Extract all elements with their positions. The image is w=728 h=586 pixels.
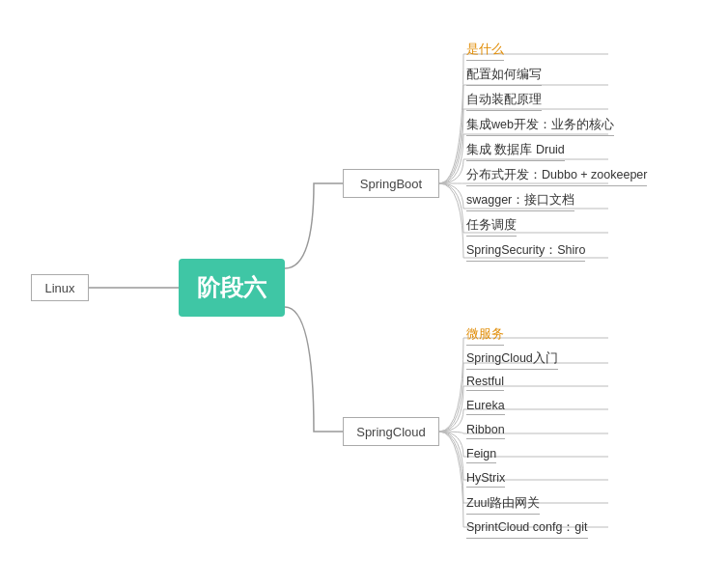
springboot-leaf-2: 自动装配原理 bbox=[466, 92, 542, 111]
springcloud-leaf-3: Eureka bbox=[466, 399, 505, 415]
springcloud-leaf-5: Feign bbox=[466, 447, 496, 463]
springboot-leaf-0: 是什么 bbox=[466, 42, 504, 61]
springboot-leaf-4: 集成 数据库 Druid bbox=[466, 142, 565, 161]
center-label: 阶段六 bbox=[197, 272, 266, 303]
springboot-leaf-8: SpringSecurity：Shiro bbox=[466, 242, 585, 262]
springcloud-leaf-1: SpringCloud入门 bbox=[466, 350, 558, 370]
springcloud-leaf-8: SprintCloud confg：git bbox=[466, 519, 588, 539]
springboot-node: SpringBoot bbox=[343, 169, 439, 198]
springcloud-leaf-6: HyStrix bbox=[466, 471, 505, 488]
springboot-leaf-7: 任务调度 bbox=[466, 217, 517, 237]
springcloud-leaf-7: Zuul路由网关 bbox=[466, 495, 540, 515]
springboot-leaf-1: 配置如何编写 bbox=[466, 67, 542, 86]
springcloud-leaf-2: Restful bbox=[466, 375, 504, 391]
linux-label: Linux bbox=[44, 281, 74, 295]
springboot-leaf-5: 分布式开发：Dubbo + zookeeper bbox=[466, 167, 647, 186]
springboot-leaf-6: swagger：接口文档 bbox=[466, 192, 574, 211]
linux-node: Linux bbox=[31, 274, 89, 301]
springcloud-leaf-0: 微服务 bbox=[466, 326, 504, 346]
mindmap: Linux 阶段六 SpringBoot SpringCloud 是什么配置如何… bbox=[0, 0, 728, 586]
springboot-label: SpringBoot bbox=[360, 177, 422, 191]
springcloud-leaf-4: Ribbon bbox=[466, 423, 505, 439]
springcloud-node: SpringCloud bbox=[343, 417, 439, 446]
springcloud-label: SpringCloud bbox=[356, 425, 426, 439]
connector-lines bbox=[0, 0, 728, 586]
center-node: 阶段六 bbox=[179, 259, 285, 317]
springboot-leaf-3: 集成web开发：业务的核心 bbox=[466, 117, 614, 136]
